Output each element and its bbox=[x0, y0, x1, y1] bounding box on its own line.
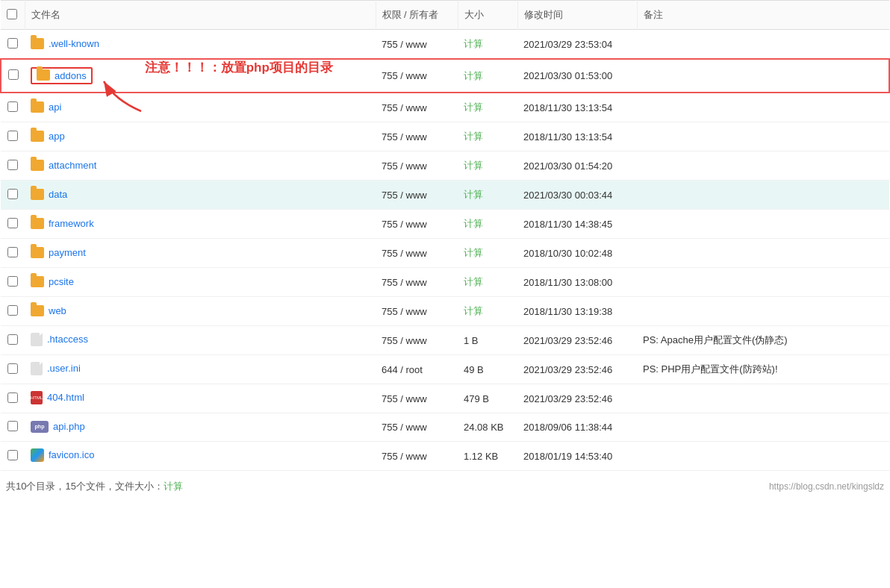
file-name-link[interactable]: pcsite bbox=[49, 276, 74, 287]
table-row[interactable]: .htaccess755 / www1 B2021/03/29 23:52:46… bbox=[1, 326, 889, 355]
row-checkbox[interactable] bbox=[7, 218, 18, 228]
row-size-cell: 计算 bbox=[458, 151, 517, 181]
table-row[interactable]: data755 / www计算2021/03/30 00:03:44 bbox=[1, 181, 889, 210]
size-calc-link[interactable]: 计算 bbox=[464, 101, 483, 113]
row-checkbox[interactable] bbox=[7, 131, 18, 141]
row-checkbox[interactable] bbox=[7, 160, 18, 170]
size-calc-link[interactable]: 计算 bbox=[464, 70, 483, 81]
row-size-cell: 计算 bbox=[458, 297, 517, 326]
size-calc-link[interactable]: 计算 bbox=[464, 189, 483, 200]
row-note-cell bbox=[637, 122, 889, 151]
file-name-link[interactable]: app bbox=[49, 131, 65, 142]
size-calc-link[interactable]: 计算 bbox=[464, 131, 483, 142]
folder-icon bbox=[31, 101, 44, 113]
header-size: 大小 bbox=[458, 1, 517, 30]
table-row[interactable]: .well-known755 / www计算2021/03/29 23:53:0… bbox=[1, 30, 889, 60]
size-calc-link[interactable]: 计算 bbox=[464, 247, 483, 258]
header-checkbox-col bbox=[1, 1, 25, 30]
size-calc-link[interactable]: 计算 bbox=[464, 305, 483, 316]
size-calc-link[interactable]: 计算 bbox=[464, 218, 483, 229]
file-name-link[interactable]: framework bbox=[49, 218, 94, 229]
row-permission-cell: 755 / www bbox=[376, 268, 458, 297]
file-name-link[interactable]: .well-known bbox=[49, 38, 99, 49]
row-checkbox[interactable] bbox=[7, 392, 18, 403]
row-note-cell: PS: Apache用户配置文件(伪静态) bbox=[637, 326, 889, 355]
row-date-cell: 2018/11/30 13:19:38 bbox=[517, 297, 637, 326]
table-row[interactable]: attachment755 / www计算2021/03/30 01:54:20 bbox=[1, 151, 889, 181]
row-note-cell bbox=[637, 30, 889, 60]
row-checkbox[interactable] bbox=[7, 305, 18, 316]
file-name-link[interactable]: .user.ini bbox=[47, 363, 81, 374]
header-permission: 权限 / 所有者 bbox=[376, 1, 458, 30]
row-permission-cell: 755 / www bbox=[376, 30, 458, 60]
row-permission-cell: 755 / www bbox=[376, 239, 458, 268]
row-permission-cell: 755 / www bbox=[376, 326, 458, 355]
row-note-cell bbox=[637, 93, 889, 122]
row-name-cell: phpapi.php bbox=[25, 413, 376, 442]
row-checkbox-cell bbox=[1, 384, 25, 413]
row-checkbox[interactable] bbox=[7, 421, 18, 431]
file-name-link[interactable]: data bbox=[49, 189, 67, 200]
footer-summary-text: 共10个目录，15个文件，文件大小： bbox=[6, 481, 164, 492]
table-row[interactable]: .user.ini644 / root49 B2021/03/29 23:52:… bbox=[1, 355, 889, 384]
row-note-cell bbox=[637, 268, 889, 297]
row-checkbox[interactable] bbox=[7, 450, 18, 460]
file-name-link[interactable]: attachment bbox=[49, 160, 96, 171]
table-row[interactable]: web755 / www计算2018/11/30 13:19:38 bbox=[1, 297, 889, 326]
table-row[interactable]: framework755 / www计算2018/11/30 14:38:45 bbox=[1, 210, 889, 239]
row-checkbox[interactable] bbox=[8, 69, 19, 80]
row-checkbox[interactable] bbox=[7, 247, 18, 257]
row-checkbox[interactable] bbox=[7, 334, 18, 345]
table-row[interactable]: pcsite755 / www计算2018/11/30 13:08:00 bbox=[1, 268, 889, 297]
table-row[interactable]: payment755 / www计算2018/10/30 10:02:48 bbox=[1, 239, 889, 268]
size-calc-link[interactable]: 计算 bbox=[464, 38, 483, 49]
file-name-link[interactable]: .htaccess bbox=[47, 334, 88, 345]
row-checkbox-cell bbox=[1, 326, 25, 355]
row-size-cell: 计算 bbox=[458, 239, 517, 268]
file-ico-icon bbox=[31, 448, 44, 462]
row-date-cell: 2021/03/30 01:54:20 bbox=[517, 151, 637, 181]
row-name-cell: HTML404.html bbox=[25, 384, 376, 413]
footer: 共10个目录，15个文件，文件大小：计算 https://blog.csdn.n… bbox=[0, 471, 890, 502]
row-size-cell: 计算 bbox=[458, 59, 517, 93]
file-name-link[interactable]: 404.html bbox=[47, 392, 84, 403]
row-checkbox[interactable] bbox=[7, 276, 18, 287]
file-name-link[interactable]: api bbox=[49, 101, 61, 113]
row-checkbox[interactable] bbox=[7, 38, 18, 49]
size-calc-link[interactable]: 计算 bbox=[464, 276, 483, 287]
size-calc-link[interactable]: 计算 bbox=[464, 160, 483, 171]
table-row[interactable]: HTML404.html755 / www479 B2021/03/29 23:… bbox=[1, 384, 889, 413]
folder-icon bbox=[31, 247, 44, 258]
row-date-cell: 2018/11/30 13:13:54 bbox=[517, 122, 637, 151]
row-date-cell: 2018/11/30 13:08:00 bbox=[517, 268, 637, 297]
table-row[interactable]: favicon.ico755 / www1.12 KB2018/01/19 14… bbox=[1, 442, 889, 471]
file-manager: 文件名 权限 / 所有者 大小 修改时间 备注 .well-known755 /… bbox=[0, 0, 890, 502]
file-name-link[interactable]: api.php bbox=[53, 421, 85, 432]
row-checkbox[interactable] bbox=[7, 363, 18, 374]
row-date-cell: 2018/11/30 14:38:45 bbox=[517, 210, 637, 239]
table-row[interactable]: phpapi.php755 / www24.08 KB2018/09/06 11… bbox=[1, 413, 889, 442]
folder-icon bbox=[31, 218, 44, 229]
table-row[interactable]: addons 注意！！！：放置php项目的目录755 / www计算2021/0… bbox=[1, 59, 889, 93]
row-checkbox[interactable] bbox=[7, 189, 18, 199]
row-name-cell: .user.ini bbox=[25, 355, 376, 384]
addons-selected-wrapper: addons bbox=[31, 67, 93, 84]
footer-calc-link[interactable]: 计算 bbox=[164, 481, 183, 492]
row-size-cell: 计算 bbox=[458, 122, 517, 151]
row-size-cell: 计算 bbox=[458, 93, 517, 122]
row-checkbox[interactable] bbox=[7, 101, 18, 112]
header-date: 修改时间 bbox=[517, 1, 637, 30]
file-name-link[interactable]: web bbox=[49, 305, 66, 316]
file-name-link[interactable]: addons bbox=[55, 70, 87, 81]
row-date-cell: 2018/09/06 11:38:44 bbox=[517, 413, 637, 442]
row-size-cell: 1 B bbox=[458, 326, 517, 355]
row-date-cell: 2021/03/29 23:52:46 bbox=[517, 326, 637, 355]
row-permission-cell: 755 / www bbox=[376, 93, 458, 122]
file-name-link[interactable]: payment bbox=[49, 247, 86, 258]
row-size-cell: 24.08 KB bbox=[458, 413, 517, 442]
file-name-link[interactable]: favicon.ico bbox=[49, 449, 94, 460]
table-row[interactable]: app755 / www计算2018/11/30 13:13:54 bbox=[1, 122, 889, 151]
row-name-cell: web bbox=[25, 297, 376, 326]
file-html-icon: HTML bbox=[31, 391, 43, 404]
select-all-checkbox[interactable] bbox=[7, 9, 17, 19]
